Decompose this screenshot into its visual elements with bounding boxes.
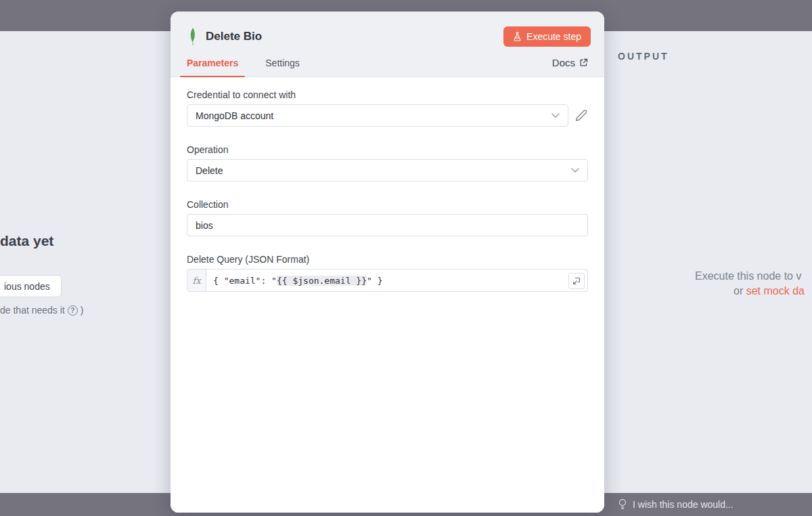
credential-field-group: Credential to connect with MongoDB accou… [187, 89, 588, 127]
open-expression-editor-button[interactable] [568, 273, 585, 289]
expression-text-before: { "email": " [213, 276, 277, 286]
expression-content[interactable]: { "email": "{{ $json.email }}" } [206, 270, 568, 291]
output-panel-header: OUTPUT [618, 51, 669, 62]
operation-value: Delete [196, 165, 571, 176]
edit-credential-button[interactable] [574, 109, 588, 123]
lightbulb-icon [618, 498, 627, 511]
delete-query-field-group: Delete Query (JSON Format) fx { "email":… [187, 254, 588, 292]
flask-icon [513, 32, 522, 41]
operation-field-group: Operation Delete [187, 144, 588, 181]
node-settings-modal: Delete Bio Execute step Parameters Setti… [171, 12, 604, 513]
chevron-down-icon [551, 113, 560, 118]
node-feedback-label: I wish this node would... [633, 499, 734, 510]
docs-link[interactable]: Docs [552, 57, 588, 77]
set-mock-data-link[interactable]: set mock da [746, 285, 805, 297]
execute-step-button[interactable]: Execute step [503, 26, 591, 47]
input-empty-heading: data yet [0, 233, 53, 249]
collection-label: Collection [187, 199, 588, 210]
input-note-text: de that needs it [0, 305, 65, 316]
expression-highlight: {{ $json.email }} [277, 276, 367, 286]
expression-text-after: " } [367, 276, 382, 286]
external-link-icon [579, 58, 588, 67]
credential-select[interactable]: MongoDB account [187, 104, 568, 127]
delete-query-expression-input[interactable]: fx { "email": "{{ $json.email }}" } [187, 269, 588, 292]
output-line2-prefix: or [734, 285, 746, 297]
input-note: de that needs it ? ) [0, 305, 83, 316]
credential-label: Credential to connect with [187, 89, 588, 100]
parameters-panel: Credential to connect with MongoDB accou… [171, 77, 604, 513]
chevron-down-icon [571, 168, 579, 173]
delete-query-label: Delete Query (JSON Format) [187, 254, 588, 265]
node-title: Delete Bio [206, 30, 503, 43]
mongodb-leaf-icon [187, 26, 199, 47]
input-note-suffix: ) [81, 305, 84, 316]
tab-settings[interactable]: Settings [258, 53, 307, 77]
tab-parameters[interactable]: Parameters [180, 53, 245, 77]
collection-field-group: Collection [187, 199, 588, 236]
execute-step-label: Execute step [526, 31, 581, 42]
output-empty-line1: Execute this node to v [695, 270, 801, 282]
collection-input[interactable] [187, 214, 588, 236]
modal-tab-bar: Parameters Settings Docs [171, 47, 604, 77]
execute-previous-nodes-button[interactable]: ious nodes [0, 275, 62, 297]
modal-header: Delete Bio Execute step Parameters Setti… [171, 12, 604, 77]
operation-select[interactable]: Delete [187, 159, 588, 181]
fx-expression-icon: fx [187, 270, 206, 291]
credential-value: MongoDB account [196, 110, 551, 121]
operation-label: Operation [187, 144, 588, 155]
previous-nodes-button-label: ious nodes [4, 281, 50, 292]
help-icon[interactable]: ? [68, 305, 78, 316]
modal-title-row: Delete Bio Execute step [171, 12, 604, 47]
node-feedback-prompt[interactable]: I wish this node would... [618, 493, 734, 516]
n8n-node-detail-view: { "modal": { "title": "Delete Bio", "exe… [0, 0, 812, 516]
docs-link-label: Docs [552, 57, 575, 68]
output-empty-line2: or set mock da [734, 285, 805, 297]
